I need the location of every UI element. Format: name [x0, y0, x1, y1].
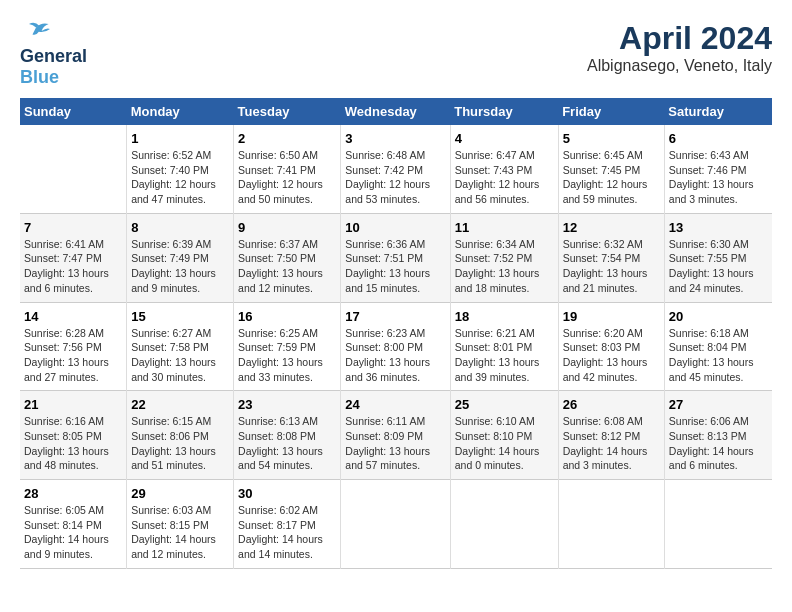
day-number: 24 [345, 397, 445, 412]
day-number: 2 [238, 131, 336, 146]
cell-line-3: and 12 minutes. [238, 281, 336, 296]
calendar-cell-w2d7: 13Sunrise: 6:30 AMSunset: 7:55 PMDayligh… [664, 213, 772, 302]
calendar-cell-w4d4: 24Sunrise: 6:11 AMSunset: 8:09 PMDayligh… [341, 391, 450, 480]
cell-line-1: Sunset: 7:47 PM [24, 251, 122, 266]
cell-line-3: and 53 minutes. [345, 192, 445, 207]
cell-line-1: Sunset: 8:01 PM [455, 340, 554, 355]
calendar-cell-w1d4: 3Sunrise: 6:48 AMSunset: 7:42 PMDaylight… [341, 125, 450, 213]
cell-line-1: Sunset: 8:14 PM [24, 518, 122, 533]
calendar-cell-w5d7 [664, 480, 772, 569]
calendar-cell-w3d5: 18Sunrise: 6:21 AMSunset: 8:01 PMDayligh… [450, 302, 558, 391]
cell-line-3: and 57 minutes. [345, 458, 445, 473]
cell-line-0: Sunrise: 6:43 AM [669, 148, 768, 163]
cell-line-2: Daylight: 12 hours [455, 177, 554, 192]
cell-line-1: Sunset: 7:59 PM [238, 340, 336, 355]
cell-line-3: and 47 minutes. [131, 192, 229, 207]
cell-line-0: Sunrise: 6:39 AM [131, 237, 229, 252]
day-number: 21 [24, 397, 122, 412]
cell-line-1: Sunset: 7:51 PM [345, 251, 445, 266]
cell-line-1: Sunset: 7:42 PM [345, 163, 445, 178]
cell-line-2: Daylight: 13 hours [669, 177, 768, 192]
cell-line-1: Sunset: 8:15 PM [131, 518, 229, 533]
cell-line-0: Sunrise: 6:37 AM [238, 237, 336, 252]
week-row-1: 1Sunrise: 6:52 AMSunset: 7:40 PMDaylight… [20, 125, 772, 213]
calendar-cell-w5d2: 29Sunrise: 6:03 AMSunset: 8:15 PMDayligh… [127, 480, 234, 569]
week-row-4: 21Sunrise: 6:16 AMSunset: 8:05 PMDayligh… [20, 391, 772, 480]
calendar-cell-w3d7: 20Sunrise: 6:18 AMSunset: 8:04 PMDayligh… [664, 302, 772, 391]
calendar-cell-w3d4: 17Sunrise: 6:23 AMSunset: 8:00 PMDayligh… [341, 302, 450, 391]
cell-line-2: Daylight: 14 hours [131, 532, 229, 547]
calendar-table: Sunday Monday Tuesday Wednesday Thursday… [20, 98, 772, 569]
calendar-cell-w4d3: 23Sunrise: 6:13 AMSunset: 8:08 PMDayligh… [234, 391, 341, 480]
cell-line-3: and 6 minutes. [669, 458, 768, 473]
cell-line-0: Sunrise: 6:23 AM [345, 326, 445, 341]
cell-line-2: Daylight: 13 hours [24, 444, 122, 459]
calendar-cell-w1d1 [20, 125, 127, 213]
header-tuesday: Tuesday [234, 98, 341, 125]
calendar-cell-w3d3: 16Sunrise: 6:25 AMSunset: 7:59 PMDayligh… [234, 302, 341, 391]
cell-line-1: Sunset: 8:17 PM [238, 518, 336, 533]
calendar-cell-w2d2: 8Sunrise: 6:39 AMSunset: 7:49 PMDaylight… [127, 213, 234, 302]
cell-line-2: Daylight: 13 hours [131, 266, 229, 281]
cell-line-0: Sunrise: 6:32 AM [563, 237, 660, 252]
cell-line-0: Sunrise: 6:18 AM [669, 326, 768, 341]
day-number: 3 [345, 131, 445, 146]
day-number: 11 [455, 220, 554, 235]
cell-line-2: Daylight: 13 hours [455, 355, 554, 370]
cell-line-1: Sunset: 7:46 PM [669, 163, 768, 178]
day-number: 10 [345, 220, 445, 235]
header-monday: Monday [127, 98, 234, 125]
cell-line-2: Daylight: 14 hours [563, 444, 660, 459]
cell-line-2: Daylight: 13 hours [345, 444, 445, 459]
cell-line-3: and 14 minutes. [238, 547, 336, 562]
cell-line-3: and 33 minutes. [238, 370, 336, 385]
cell-line-1: Sunset: 8:09 PM [345, 429, 445, 444]
cell-line-3: and 59 minutes. [563, 192, 660, 207]
calendar-cell-w1d5: 4Sunrise: 6:47 AMSunset: 7:43 PMDaylight… [450, 125, 558, 213]
cell-line-0: Sunrise: 6:34 AM [455, 237, 554, 252]
cell-line-1: Sunset: 7:50 PM [238, 251, 336, 266]
cell-line-3: and 6 minutes. [24, 281, 122, 296]
cell-line-3: and 3 minutes. [669, 192, 768, 207]
day-number: 6 [669, 131, 768, 146]
cell-line-2: Daylight: 13 hours [238, 266, 336, 281]
cell-line-3: and 9 minutes. [24, 547, 122, 562]
cell-line-3: and 24 minutes. [669, 281, 768, 296]
cell-line-2: Daylight: 13 hours [24, 266, 122, 281]
cell-line-1: Sunset: 7:43 PM [455, 163, 554, 178]
cell-line-0: Sunrise: 6:50 AM [238, 148, 336, 163]
cell-line-3: and 51 minutes. [131, 458, 229, 473]
cell-line-2: Daylight: 14 hours [455, 444, 554, 459]
day-number: 18 [455, 309, 554, 324]
calendar-header-row: Sunday Monday Tuesday Wednesday Thursday… [20, 98, 772, 125]
logo-text: General [20, 46, 87, 67]
cell-line-0: Sunrise: 6:47 AM [455, 148, 554, 163]
day-number: 23 [238, 397, 336, 412]
cell-line-3: and 0 minutes. [455, 458, 554, 473]
cell-line-2: Daylight: 12 hours [345, 177, 445, 192]
day-number: 30 [238, 486, 336, 501]
cell-line-3: and 15 minutes. [345, 281, 445, 296]
cell-line-2: Daylight: 12 hours [131, 177, 229, 192]
cell-line-2: Daylight: 13 hours [238, 355, 336, 370]
cell-line-2: Daylight: 13 hours [131, 444, 229, 459]
header-friday: Friday [558, 98, 664, 125]
cell-line-3: and 21 minutes. [563, 281, 660, 296]
cell-line-1: Sunset: 7:40 PM [131, 163, 229, 178]
day-number: 29 [131, 486, 229, 501]
day-number: 4 [455, 131, 554, 146]
day-number: 25 [455, 397, 554, 412]
cell-line-2: Daylight: 14 hours [669, 444, 768, 459]
cell-line-2: Daylight: 13 hours [563, 355, 660, 370]
day-number: 15 [131, 309, 229, 324]
cell-line-3: and 54 minutes. [238, 458, 336, 473]
cell-line-0: Sunrise: 6:15 AM [131, 414, 229, 429]
calendar-cell-w1d6: 5Sunrise: 6:45 AMSunset: 7:45 PMDaylight… [558, 125, 664, 213]
cell-line-2: Daylight: 13 hours [563, 266, 660, 281]
cell-line-0: Sunrise: 6:06 AM [669, 414, 768, 429]
calendar-cell-w3d1: 14Sunrise: 6:28 AMSunset: 7:56 PMDayligh… [20, 302, 127, 391]
day-number: 1 [131, 131, 229, 146]
calendar-cell-w4d7: 27Sunrise: 6:06 AMSunset: 8:13 PMDayligh… [664, 391, 772, 480]
header-saturday: Saturday [664, 98, 772, 125]
calendar-cell-w2d3: 9Sunrise: 6:37 AMSunset: 7:50 PMDaylight… [234, 213, 341, 302]
